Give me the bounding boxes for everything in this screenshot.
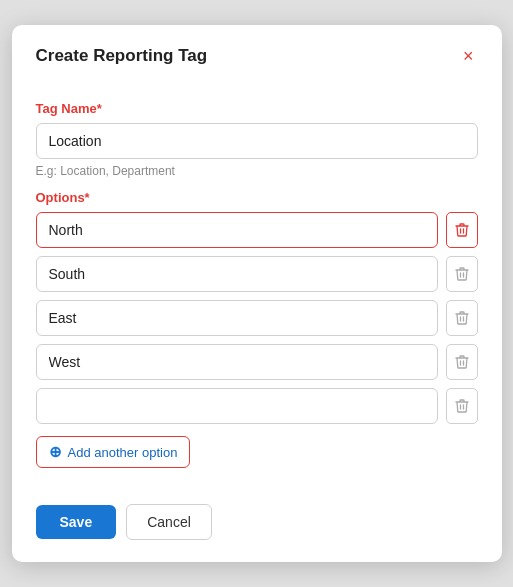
option-row-3	[36, 344, 478, 380]
trash-icon-3	[455, 354, 469, 370]
close-icon: ×	[463, 47, 474, 65]
option-input-1[interactable]	[36, 256, 438, 292]
option-input-2[interactable]	[36, 300, 438, 336]
delete-option-button-1[interactable]	[446, 256, 478, 292]
dialog-title: Create Reporting Tag	[36, 46, 208, 66]
tag-name-hint: E.g: Location, Department	[36, 164, 478, 178]
option-input-4[interactable]	[36, 388, 438, 424]
option-input-0[interactable]	[36, 212, 438, 248]
create-reporting-tag-dialog: Create Reporting Tag × Tag Name* E.g: Lo…	[12, 25, 502, 562]
delete-option-button-0[interactable]	[446, 212, 478, 248]
dialog-header: Create Reporting Tag ×	[12, 25, 502, 83]
plus-icon: ⊕	[49, 443, 62, 461]
delete-option-button-2[interactable]	[446, 300, 478, 336]
trash-icon-1	[455, 266, 469, 282]
delete-option-button-3[interactable]	[446, 344, 478, 380]
option-row-4	[36, 388, 478, 424]
option-input-3[interactable]	[36, 344, 438, 380]
cancel-button[interactable]: Cancel	[126, 504, 212, 540]
option-row-2	[36, 300, 478, 336]
close-button[interactable]: ×	[459, 45, 478, 67]
delete-option-button-4[interactable]	[446, 388, 478, 424]
dialog-footer: Save Cancel	[12, 492, 502, 562]
option-row-0	[36, 212, 478, 248]
option-row-1	[36, 256, 478, 292]
add-option-label: Add another option	[68, 445, 178, 460]
add-another-option-button[interactable]: ⊕ Add another option	[36, 436, 191, 468]
options-section: Options*	[36, 190, 478, 472]
save-button[interactable]: Save	[36, 505, 117, 539]
trash-icon-4	[455, 398, 469, 414]
trash-icon-0	[455, 222, 469, 238]
options-label: Options*	[36, 190, 478, 205]
tag-name-input[interactable]	[36, 123, 478, 159]
trash-icon-2	[455, 310, 469, 326]
dialog-body: Tag Name* E.g: Location, Department Opti…	[12, 83, 502, 492]
tag-name-label: Tag Name*	[36, 101, 478, 116]
